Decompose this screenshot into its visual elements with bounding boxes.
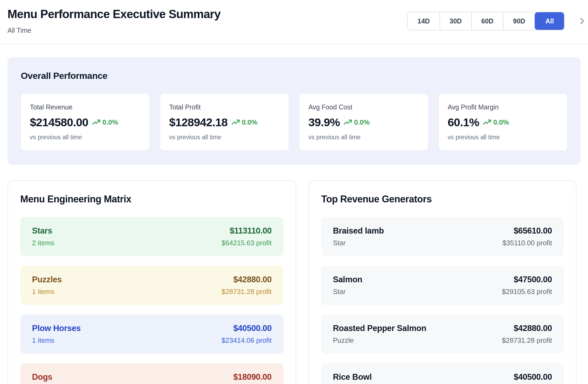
kpi-trend: 0.0%: [92, 118, 118, 127]
item-name: Rice Bowl: [333, 372, 372, 382]
quadrant-profit: $23414.06 profit: [221, 336, 272, 345]
chevron-right-icon[interactable]: [577, 16, 587, 26]
item-name: Roasted Pepper Salmon: [333, 324, 426, 333]
item-name: Salmon: [333, 275, 362, 284]
time-range-14d[interactable]: 14D: [408, 12, 440, 30]
kpi-value: $128942.18: [169, 116, 228, 129]
matrix-heading: Menu Engineering Matrix: [20, 194, 283, 205]
kpi-label: Total Revenue: [30, 103, 140, 111]
kpi-comparison-label: vs previous all time: [30, 134, 140, 141]
item-profit: $35110.00 profit: [502, 239, 552, 247]
revenue-row-rice-bowl: Rice Bowl Plow Horse $40500.00 $23414.06…: [321, 363, 564, 384]
quadrant-item-count: 2 items: [32, 239, 54, 247]
quadrant-revenue: $18090.00: [221, 372, 272, 382]
time-range-60d[interactable]: 60D: [471, 12, 503, 30]
kpi-comparison-label: vs previous all time: [308, 134, 419, 141]
matrix-row-plow-horses: Plow Horses 1 items $40500.00 $23414.06 …: [20, 314, 283, 354]
quadrant-name: Stars: [32, 226, 54, 236]
item-name: Braised lamb: [333, 226, 384, 236]
kpi-grid: Total Revenue $214580.00 0.0% vs previou…: [21, 94, 567, 150]
quadrant-revenue: $40500.00: [221, 324, 272, 333]
item-category: Star: [333, 239, 384, 247]
kpi-comparison-label: vs previous all time: [448, 134, 558, 141]
overall-performance-heading: Overall Performance: [21, 71, 567, 81]
item-category: Star: [333, 288, 362, 296]
item-profit: $28731.28 profit: [502, 336, 552, 345]
quadrant-name: Dogs: [32, 372, 54, 382]
top-revenue-heading: Top Revenue Generators: [321, 194, 564, 205]
revenue-row-roasted-pepper-salmon: Roasted Pepper Salmon Puzzle $42880.00 $…: [321, 314, 564, 354]
time-range-30d[interactable]: 30D: [440, 12, 471, 30]
quadrant-item-count: 1 items: [32, 288, 62, 296]
top-revenue-row-list: Braised lamb Star $65610.00 $35110.00 pr…: [321, 217, 564, 384]
revenue-row-salmon: Salmon Star $47500.00 $29105.63 profit: [321, 266, 564, 305]
page-title: Menu Performance Executive Summary: [7, 7, 220, 21]
time-range-all[interactable]: All: [535, 12, 564, 30]
top-revenue-generators-panel: Top Revenue Generators Braised lamb Star…: [308, 180, 577, 384]
item-revenue: $65610.00: [502, 226, 552, 236]
quadrant-profit: $28731.28 profit: [221, 288, 272, 296]
item-revenue: $42880.00: [502, 324, 552, 333]
time-range-90d[interactable]: 90D: [503, 12, 535, 30]
page-subtitle: All Time: [7, 27, 220, 34]
panels-row: Menu Engineering Matrix Stars 2 items $1…: [7, 180, 581, 384]
matrix-row-dogs: Dogs 1 items $18090.00 $12581.22 profit: [20, 363, 283, 384]
time-range-selector: 14D 30D 60D 90D All: [407, 12, 565, 30]
quadrant-item-count: 1 items: [32, 336, 81, 345]
kpi-trend: 0.0%: [344, 118, 370, 127]
matrix-row-stars: Stars 2 items $113110.00 $64215.63 profi…: [20, 217, 283, 256]
kpi-comparison-label: vs previous all time: [169, 134, 280, 141]
kpi-value: 39.9%: [308, 116, 340, 129]
trending-up-icon: [344, 118, 352, 127]
kpi-label: Total Profit: [169, 103, 280, 111]
item-category: Puzzle: [333, 336, 426, 345]
trending-up-icon: [231, 118, 240, 127]
quadrant-revenue: $42880.00: [221, 275, 272, 284]
overall-performance-section: Overall Performance Total Revenue $21458…: [7, 57, 581, 165]
kpi-label: Avg Profit Margin: [448, 103, 558, 111]
kpi-value: $214580.00: [30, 116, 88, 129]
matrix-row-list: Stars 2 items $113110.00 $64215.63 profi…: [20, 217, 283, 384]
item-profit: $29105.63 profit: [502, 288, 552, 296]
menu-engineering-matrix-panel: Menu Engineering Matrix Stars 2 items $1…: [7, 180, 296, 384]
header-titles: Menu Performance Executive Summary All T…: [7, 7, 220, 34]
revenue-row-braised-lamb: Braised lamb Star $65610.00 $35110.00 pr…: [321, 217, 564, 256]
quadrant-revenue: $113110.00: [221, 226, 272, 236]
kpi-value: 60.1%: [448, 116, 479, 129]
kpi-trend: 0.0%: [483, 118, 509, 127]
kpi-trend: 0.0%: [231, 118, 257, 127]
trending-up-icon: [92, 118, 100, 127]
kpi-card-total-profit: Total Profit $128942.18 0.0% vs previous…: [160, 94, 289, 150]
kpi-card-avg-profit-margin: Avg Profit Margin 60.1% 0.0% vs previous…: [439, 94, 567, 150]
quadrant-name: Puzzles: [32, 275, 62, 284]
trending-up-icon: [483, 118, 491, 127]
kpi-card-total-revenue: Total Revenue $214580.00 0.0% vs previou…: [21, 94, 150, 150]
header-controls: 14D 30D 60D 90D All: [407, 12, 586, 30]
kpi-label: Avg Food Cost: [308, 103, 419, 111]
item-revenue: $47500.00: [502, 275, 552, 284]
kpi-card-avg-food-cost: Avg Food Cost 39.9% 0.0% vs previous all…: [299, 94, 428, 150]
item-revenue: $40500.00: [502, 372, 552, 382]
quadrant-profit: $64215.63 profit: [221, 239, 272, 247]
matrix-row-puzzles: Puzzles 1 items $42880.00 $28731.28 prof…: [20, 266, 283, 305]
quadrant-name: Plow Horses: [32, 324, 81, 333]
page-header: Menu Performance Executive Summary All T…: [0, 0, 588, 44]
